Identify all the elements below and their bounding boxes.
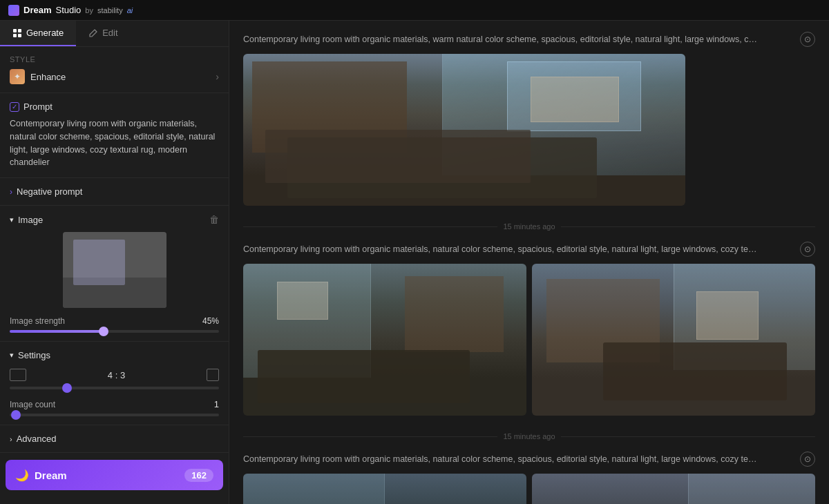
strength-row: Image strength 45%: [10, 316, 219, 326]
dream-button[interactable]: 🌙 Dream 162: [6, 460, 223, 490]
by-text: by: [85, 6, 93, 14]
negative-prompt-section: › Negative prompt: [0, 178, 229, 206]
style-name: Enhance: [30, 72, 66, 82]
strength-value: 45%: [202, 316, 219, 326]
edit-icon: [88, 28, 98, 38]
settings-chevron-icon: ▾: [10, 351, 14, 360]
prompt-text[interactable]: Contemporary living room with organic ma…: [10, 117, 219, 169]
enhance-icon: ✦: [10, 69, 25, 84]
timestamp-1: 15 minutes ago: [503, 222, 555, 231]
image-collapse-btn[interactable]: ▾ Image: [10, 215, 43, 225]
image-count-value: 1: [214, 399, 219, 409]
negative-prompt-label: Negative prompt: [17, 186, 82, 197]
aspect-box-landscape: [10, 369, 26, 381]
style-left: ✦ Enhance: [10, 69, 66, 84]
gen2-image-1[interactable]: [243, 264, 526, 416]
generation-block-3: Contemporary living room with organic ma…: [243, 452, 815, 504]
timestamp-2-row: 15 minutes ago: [243, 432, 815, 440]
svg-rect-2: [13, 34, 17, 37]
gen3-prompt-text: Contemporary living room with organic ma…: [243, 454, 758, 464]
dream-label: Dream: [35, 469, 67, 481]
prompt-label: Prompt: [23, 101, 53, 112]
image-count-row: Image count 1: [10, 399, 219, 409]
tab-generate-label: Generate: [26, 28, 64, 38]
gen2-prompt-row: Contemporary living room with organic ma…: [243, 242, 815, 257]
gen2-image-2[interactable]: [532, 264, 815, 416]
stability-text: stability: [97, 6, 123, 14]
advanced-header[interactable]: › Advanced: [10, 434, 219, 444]
advanced-chevron-icon: ›: [10, 435, 12, 443]
image-count-slider[interactable]: [10, 414, 219, 416]
gen2-prompt-text: Contemporary living room with organic ma…: [243, 244, 758, 254]
style-section-label: Style: [10, 55, 219, 64]
image-label: Image: [18, 215, 43, 225]
gen1-images: [243, 54, 815, 206]
settings-label: Settings: [18, 350, 50, 360]
gen1-image-1[interactable]: [243, 54, 685, 206]
gen1-info-button[interactable]: ⊙: [800, 32, 815, 47]
advanced-label: Advanced: [17, 434, 57, 444]
room-image-3b: [532, 474, 815, 504]
trash-icon[interactable]: 🗑: [209, 214, 219, 225]
tab-edit[interactable]: Edit: [76, 21, 130, 46]
strength-slider-fill: [10, 330, 104, 333]
room-image-1: [243, 54, 685, 206]
chevron-collapsed-icon: ›: [10, 187, 12, 197]
tab-edit-label: Edit: [102, 28, 117, 38]
gen3-image-1[interactable]: [243, 474, 526, 504]
dream-icon: 🌙: [15, 469, 29, 482]
gen3-prompt-row: Contemporary living room with organic ma…: [243, 452, 815, 467]
sidebar: Generate Edit Style ✦ Enhance ›: [0, 21, 229, 504]
dream-count: 162: [184, 469, 213, 482]
brand-dream: Dream: [23, 5, 51, 15]
tab-bar: Generate Edit: [0, 21, 229, 47]
strength-slider-thumb[interactable]: [99, 327, 108, 336]
gen3-info-button[interactable]: ⊙: [800, 452, 815, 467]
image-section: ▾ Image 🗑 Image strength 45%: [0, 206, 229, 342]
dream-btn-area: 🌙 Dream 162: [0, 452, 229, 497]
timestamp2-line-right: [561, 436, 815, 437]
negative-prompt-header[interactable]: › Negative prompt: [10, 186, 219, 197]
grid-icon: [12, 28, 22, 38]
image-thumbnail[interactable]: [63, 232, 166, 308]
prompt-header[interactable]: ✓ Prompt: [10, 101, 219, 112]
room-image-2a: [243, 264, 526, 416]
strength-label: Image strength: [10, 316, 65, 326]
aspect-ratio-row: 4 : 3: [10, 369, 219, 381]
dream-btn-left: 🌙 Dream: [15, 469, 67, 482]
svg-rect-0: [13, 29, 17, 32]
generation-block-2: Contemporary living room with organic ma…: [243, 242, 815, 416]
image-header: ▾ Image 🗑: [10, 214, 219, 225]
brand-studio: Studio: [55, 5, 81, 15]
gen2-info-button[interactable]: ⊙: [800, 242, 815, 257]
ai-text: ai: [127, 6, 133, 14]
svg-rect-1: [18, 29, 21, 32]
aspect-slider[interactable]: [10, 387, 219, 389]
tab-generate[interactable]: Generate: [0, 21, 76, 46]
prompt-check-icon: ✓: [10, 102, 19, 112]
prompt-section: ✓ Prompt Contemporary living room with o…: [0, 93, 229, 178]
style-selector[interactable]: ✦ Enhance ›: [10, 69, 219, 84]
aspect-box-portrait: [207, 369, 219, 381]
timestamp-line-left: [243, 226, 497, 227]
timestamp-2: 15 minutes ago: [503, 432, 555, 440]
gen2-images: [243, 264, 815, 416]
aspect-ratio-value: 4 : 3: [108, 370, 125, 380]
image-count-thumb[interactable]: [11, 410, 21, 420]
settings-section: ▾ Settings 4 : 3 Image count 1: [0, 342, 229, 425]
generation-block-1: Contemporary living room with organic ma…: [243, 32, 815, 206]
gen3-images: [243, 474, 815, 504]
content-area: Contemporary living room with organic ma…: [229, 21, 829, 504]
timestamp-1-row: 15 minutes ago: [243, 222, 815, 231]
timestamp2-line-left: [243, 436, 497, 437]
timestamp-line-right: [561, 226, 815, 227]
settings-header[interactable]: ▾ Settings: [10, 350, 219, 360]
gen3-image-2[interactable]: [532, 474, 815, 504]
aspect-slider-thumb[interactable]: [62, 383, 72, 393]
image-count-label: Image count: [10, 400, 55, 409]
app-logo: Dream Studio by stability ai: [8, 5, 133, 16]
topbar: Dream Studio by stability ai: [0, 0, 829, 21]
advanced-section: › Advanced: [0, 425, 229, 452]
strength-slider[interactable]: [10, 330, 219, 333]
gen1-prompt-text: Contemporary living room with organic ma…: [243, 35, 758, 44]
